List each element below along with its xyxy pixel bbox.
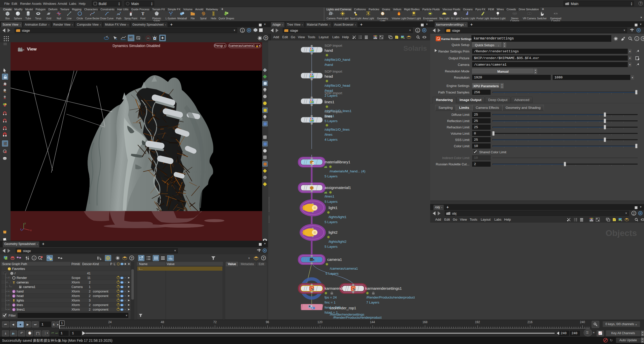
svg-text:z: z (20, 228, 22, 231)
svg-text:T: T (141, 11, 144, 16)
svg-text:C: C (13, 295, 15, 298)
svg-text:GEO: GEO (129, 38, 133, 40)
svg-text:C: C (13, 290, 15, 293)
svg-text:C: C (13, 304, 15, 307)
svg-text:C: C (13, 309, 15, 311)
svg-text:y: y (24, 222, 26, 225)
svg-text:x: x (30, 229, 32, 232)
